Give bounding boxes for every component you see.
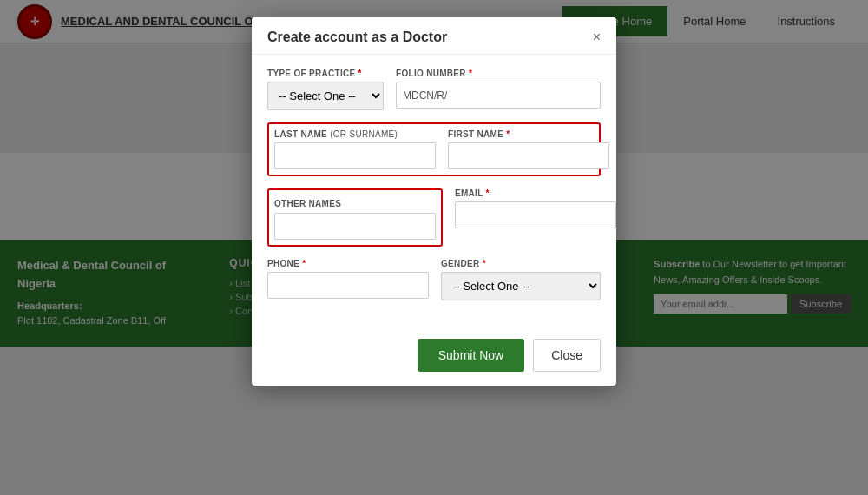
form-row-3: OTHER NAMES EMAIL * [267,188,601,247]
email-input[interactable] [455,201,616,228]
type-of-practice-group: TYPE OF PRACTICE * -- Select One -- [267,69,384,110]
other-names-highlighted: OTHER NAMES [267,188,443,247]
other-names-input[interactable] [274,213,436,240]
close-button[interactable]: Close [533,339,601,372]
create-account-modal: Create account as a Doctor × TYPE OF PRA… [252,17,616,386]
phone-group: PHONE * [267,259,429,300]
first-name-group: FIRST NAME * [448,129,609,169]
type-of-practice-label: TYPE OF PRACTICE * [267,69,384,78]
first-name-label: FIRST NAME * [448,129,609,139]
type-of-practice-select[interactable]: -- Select One -- [267,82,384,110]
phone-input[interactable] [267,272,429,299]
phone-label: PHONE * [267,259,429,268]
modal-footer: Submit Now Close [252,330,616,386]
folio-number-input[interactable] [396,82,601,109]
form-row-2: LAST NAME (OR SURNAME) FIRST NAME * [274,129,594,169]
highlighted-name-section: LAST NAME (OR SURNAME) FIRST NAME * [267,122,601,176]
last-name-group: LAST NAME (OR SURNAME) [274,129,436,169]
submit-button[interactable]: Submit Now [418,339,524,372]
gender-select[interactable]: -- Select One -- [441,272,601,300]
email-group: EMAIL * [455,188,616,228]
first-name-input[interactable] [448,142,609,169]
folio-input-wrapper: MDCN/R/ [396,82,601,109]
email-label: EMAIL * [455,188,616,198]
other-names-group: OTHER NAMES [267,188,443,247]
folio-number-label: FOLIO NUMBER * [396,69,601,78]
other-names-label: OTHER NAMES [274,199,341,208]
last-name-input[interactable] [274,142,436,169]
modal-body: TYPE OF PRACTICE * -- Select One -- FOLI… [252,55,616,330]
folio-number-group: FOLIO NUMBER * MDCN/R/ [396,69,601,110]
gender-label: GENDER * [441,259,601,268]
modal-title: Create account as a Doctor [267,30,447,45]
form-row-4: PHONE * GENDER * -- Select One -- [267,259,601,300]
gender-group: GENDER * -- Select One -- [441,259,601,300]
modal-close-x-button[interactable]: × [593,30,601,45]
modal-header: Create account as a Doctor × [252,17,616,55]
form-row-1: TYPE OF PRACTICE * -- Select One -- FOLI… [267,69,601,110]
last-name-label: LAST NAME (OR SURNAME) [274,129,436,139]
